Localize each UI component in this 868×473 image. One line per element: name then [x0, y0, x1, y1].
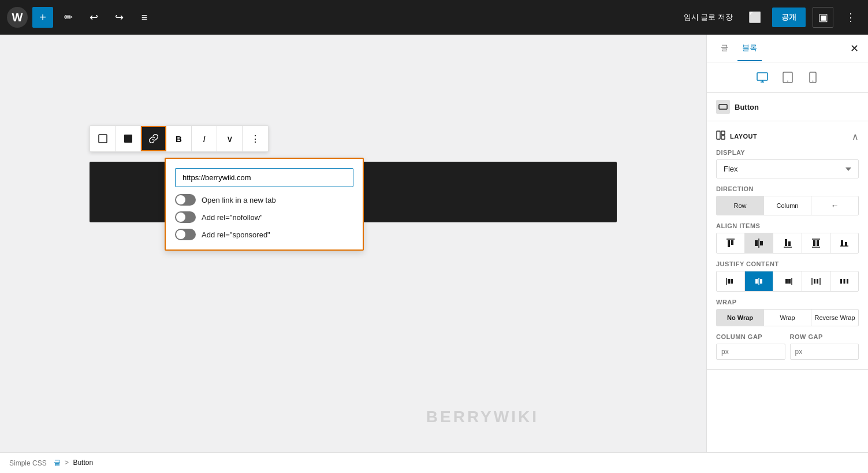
- align-start-button[interactable]: [717, 233, 745, 253]
- block-more-button[interactable]: ⋮: [243, 126, 268, 151]
- svg-point-8: [813, 81, 814, 82]
- display-select[interactable]: Flex: [716, 159, 859, 178]
- more-text-options-button[interactable]: ∨: [217, 126, 243, 151]
- column-gap-col: COLUMN GAP: [716, 333, 785, 360]
- toolbar-right: 임시 글로 저장 ⬜ 공개 ▣ ⋮: [679, 7, 861, 28]
- wrap-button[interactable]: Wrap: [764, 310, 811, 326]
- link-popup: Open link in a new tab Add rel="nofollow…: [165, 158, 364, 251]
- svg-rect-20: [785, 239, 787, 246]
- add-block-button[interactable]: +: [32, 7, 53, 28]
- bold-toolbar-button[interactable]: B: [166, 126, 192, 151]
- row-gap-input[interactable]: [790, 344, 859, 360]
- link-toolbar-button[interactable]: [141, 126, 166, 151]
- toggle-nofollow-row: Add rel="nofollow": [175, 211, 353, 223]
- right-sidebar: 글 블록 ✕: [706, 35, 868, 452]
- undo-button[interactable]: ↩: [83, 7, 104, 28]
- svg-rect-11: [721, 131, 725, 135]
- main-area: B I ∨ ⋮ Open link in a new tab Add rel="…: [0, 35, 868, 452]
- breadcrumb-separator: >: [65, 459, 69, 467]
- layout-title: Layout: [730, 133, 757, 140]
- pen-icon[interactable]: ✏: [58, 7, 79, 28]
- svg-rect-43: [843, 279, 845, 284]
- svg-rect-24: [813, 240, 815, 246]
- section-header: Layout ∧: [716, 131, 859, 142]
- direction-group: Row Column ←: [716, 196, 859, 215]
- toggle-new-tab-row: Open link in a new tab: [175, 194, 353, 206]
- url-input[interactable]: [175, 168, 353, 187]
- no-wrap-button[interactable]: No Wrap: [717, 310, 764, 326]
- layout-section: Layout ∧ DISPLAY Flex DIRECTION Row Colu…: [707, 121, 868, 370]
- svg-rect-10: [717, 131, 720, 139]
- justify-content-row: JUSTIFY CONTENT: [716, 260, 859, 292]
- tablet-view-button[interactable]: [777, 67, 798, 88]
- simple-css-label: Simple CSS: [9, 459, 47, 467]
- list-view-icon[interactable]: ≡: [134, 7, 155, 28]
- svg-rect-9: [719, 105, 727, 109]
- svg-rect-14: [728, 240, 730, 247]
- justify-content-group: [716, 271, 859, 292]
- justify-space-around-button[interactable]: [830, 271, 858, 291]
- redo-button[interactable]: ↪: [109, 7, 129, 28]
- svg-rect-25: [817, 240, 819, 246]
- svg-rect-36: [785, 279, 788, 284]
- svg-rect-30: [728, 279, 730, 284]
- align-baseline-button[interactable]: [830, 233, 858, 253]
- device-icons-row: [707, 62, 868, 93]
- justify-start-button[interactable]: [717, 271, 745, 291]
- svg-rect-21: [788, 241, 791, 246]
- svg-rect-41: [817, 279, 818, 284]
- column-gap-input[interactable]: [716, 344, 785, 360]
- justify-end-button[interactable]: [773, 271, 802, 291]
- direction-row: DIRECTION Row Column ←: [716, 185, 859, 215]
- layout-collapse-button[interactable]: ∧: [852, 131, 859, 142]
- view-toggle-button[interactable]: ▣: [813, 7, 833, 28]
- reverse-wrap-button[interactable]: Reverse Wrap: [811, 310, 858, 326]
- mobile-view-button[interactable]: [803, 67, 824, 88]
- new-tab-toggle[interactable]: [175, 194, 196, 206]
- button-block-icon: [716, 100, 730, 114]
- align-items-group: [716, 233, 859, 254]
- new-tab-label: Open link in a new tab: [202, 196, 276, 204]
- breadcrumb-post-link[interactable]: 글: [54, 459, 61, 467]
- preview-icon[interactable]: ⬜: [744, 7, 765, 28]
- svg-rect-12: [721, 136, 725, 139]
- align-end-button[interactable]: [773, 233, 802, 253]
- svg-rect-27: [841, 240, 843, 246]
- sidebar-close-button[interactable]: ✕: [850, 42, 859, 55]
- tab-post[interactable]: 글: [716, 36, 733, 61]
- top-toolbar: W + ✏ ↩ ↪ ≡ 임시 글로 저장 ⬜ 공개 ▣ ⋮: [0, 0, 868, 35]
- watermark: BERRYWIKI: [426, 408, 539, 426]
- svg-rect-34: [760, 279, 762, 284]
- publish-button[interactable]: 공개: [772, 8, 806, 27]
- sponsored-toggle[interactable]: [175, 229, 196, 240]
- nofollow-toggle[interactable]: [175, 211, 196, 223]
- align-stretch-button[interactable]: [802, 233, 830, 253]
- svg-rect-2: [757, 73, 768, 80]
- justify-center-button[interactable]: [745, 271, 773, 291]
- svg-rect-1: [124, 135, 132, 143]
- wrap-label: WRAP: [716, 299, 859, 306]
- toggle-sponsored-row: Add rel="sponsored": [175, 229, 353, 240]
- direction-row-button[interactable]: Row: [717, 196, 764, 215]
- sponsored-label: Add rel="sponsored": [202, 230, 270, 239]
- sidebar-header: 글 블록 ✕: [707, 35, 868, 62]
- more-options-icon[interactable]: ⋮: [840, 7, 861, 28]
- svg-rect-17: [755, 240, 758, 246]
- save-draft-button[interactable]: 임시 글로 저장: [679, 9, 737, 26]
- desktop-view-button[interactable]: [752, 67, 773, 88]
- svg-rect-33: [755, 279, 758, 284]
- svg-rect-18: [760, 241, 763, 245]
- bottom-bar: Simple CSS 글 > Button: [0, 452, 868, 473]
- breadcrumb-current: Button: [73, 459, 93, 467]
- italic-toolbar-button[interactable]: I: [192, 126, 217, 151]
- align-center-button[interactable]: [745, 233, 773, 253]
- direction-column-button[interactable]: Column: [764, 196, 811, 215]
- wp-logo-icon[interactable]: W: [7, 7, 28, 28]
- direction-reverse-button[interactable]: ←: [811, 196, 858, 215]
- select-toolbar-button[interactable]: [116, 126, 141, 151]
- justify-space-between-button[interactable]: [802, 271, 830, 291]
- column-gap-label: COLUMN GAP: [716, 333, 785, 340]
- tab-block[interactable]: 블록: [737, 36, 762, 61]
- svg-rect-44: [847, 279, 848, 284]
- align-toolbar-button[interactable]: [90, 126, 116, 151]
